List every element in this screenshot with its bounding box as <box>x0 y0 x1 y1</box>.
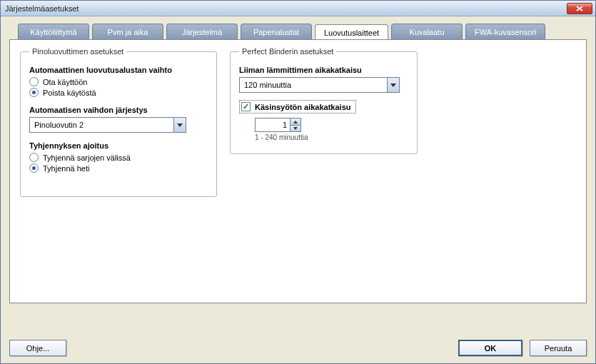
tab-datetime[interactable]: Pvm ja aika <box>92 24 163 40</box>
auto-switch-label: Automaattinen luovutusalustan vaihto <box>29 66 208 74</box>
stacker-settings-group: Pinoluovuttimen asetukset Automaattinen … <box>20 47 217 197</box>
manual-feed-hint: 1 - 240 minuuttia <box>255 133 408 141</box>
unload-between-sets-label: Tyhjennä sarjojen välissä <box>43 153 131 162</box>
tab-fwa[interactable]: FWA-kuvasensori <box>465 24 545 40</box>
tab-papertrays[interactable]: Paperialustat <box>241 24 312 40</box>
tab-panel-output: Pinoluovuttimen asetukset Automaattinen … <box>9 39 587 303</box>
unload-immediately-label: Tyhjennä heti <box>43 164 89 173</box>
help-button[interactable]: Ohje... <box>9 340 66 356</box>
combo-dropdown-button[interactable] <box>387 78 399 92</box>
radio-icon <box>29 88 39 97</box>
tab-output[interactable]: Luovutuslaitteet <box>315 24 388 41</box>
glue-timeout-value: 120 minuuttia <box>240 78 387 92</box>
manual-feed-checkbox-row[interactable]: Käsinsyötön aikakatkaisu <box>239 100 356 113</box>
tab-imagequality[interactable]: Kuvalaatu <box>391 24 463 40</box>
window-title: Järjestelmäasetukset <box>4 4 567 13</box>
spinner-buttons <box>291 118 301 132</box>
titlebar: Järjestelmäasetukset <box>1 1 595 16</box>
radio-icon <box>29 153 39 162</box>
chevron-down-icon <box>293 127 298 130</box>
glue-timeout-label: Liiman lämmittimen aikakatkaisu <box>239 66 408 74</box>
spinner-up-button[interactable] <box>291 118 300 125</box>
glue-timeout-combo[interactable]: 120 minuuttia <box>239 77 400 93</box>
chevron-up-icon <box>293 121 298 123</box>
switch-order-value: Pinoluovutin 2 <box>30 118 173 132</box>
unload-timing-label: Tyhjennyksen ajoitus <box>29 141 208 150</box>
manual-feed-input[interactable] <box>255 118 291 132</box>
auto-switch-disable-row[interactable]: Poista käytöstä <box>29 88 208 97</box>
tab-ui[interactable]: Käyttöliittymä <box>18 24 89 40</box>
chevron-down-icon <box>177 123 183 127</box>
checkbox-icon <box>241 102 251 111</box>
switch-order-label: Automaatisen vaihdon järjestys <box>29 106 208 114</box>
close-icon <box>576 6 583 11</box>
manual-feed-spinner <box>255 118 408 132</box>
stacker-legend: Pinoluovuttimen asetukset <box>29 47 126 56</box>
tab-system[interactable]: Järjestelmä <box>166 24 238 40</box>
binder-legend: Perfect Binderin asetukset <box>239 47 336 56</box>
radio-icon <box>29 77 39 86</box>
chevron-down-icon <box>390 84 396 87</box>
combo-dropdown-button[interactable] <box>173 118 186 132</box>
unload-between-sets-row[interactable]: Tyhjennä sarjojen välissä <box>29 153 208 162</box>
radio-icon <box>29 163 39 173</box>
tab-strip: Käyttöliittymä Pvm ja aika Järjestelmä P… <box>9 24 587 40</box>
settings-dialog: Järjestelmäasetukset Käyttöliittymä Pvm … <box>0 0 596 364</box>
spinner-down-button[interactable] <box>291 125 300 131</box>
close-button[interactable] <box>567 3 592 14</box>
auto-switch-enable-label: Ota käyttöön <box>43 78 87 86</box>
auto-switch-disable-label: Poista käytöstä <box>43 89 96 97</box>
binder-settings-group: Perfect Binderin asetukset Liiman lämmit… <box>230 47 418 154</box>
ok-button[interactable]: OK <box>458 340 522 356</box>
dialog-content: Käyttöliittymä Pvm ja aika Järjestelmä P… <box>1 16 595 363</box>
auto-switch-enable-row[interactable]: Ota käyttöön <box>29 77 208 86</box>
manual-feed-label: Käsinsyötön aikakatkaisu <box>255 103 351 111</box>
switch-order-combo[interactable]: Pinoluovutin 2 <box>29 117 186 133</box>
cancel-button[interactable]: Peruuta <box>530 340 587 356</box>
dialog-button-bar: Ohje... OK Peruuta <box>9 340 587 356</box>
unload-immediately-row[interactable]: Tyhjennä heti <box>29 163 208 173</box>
